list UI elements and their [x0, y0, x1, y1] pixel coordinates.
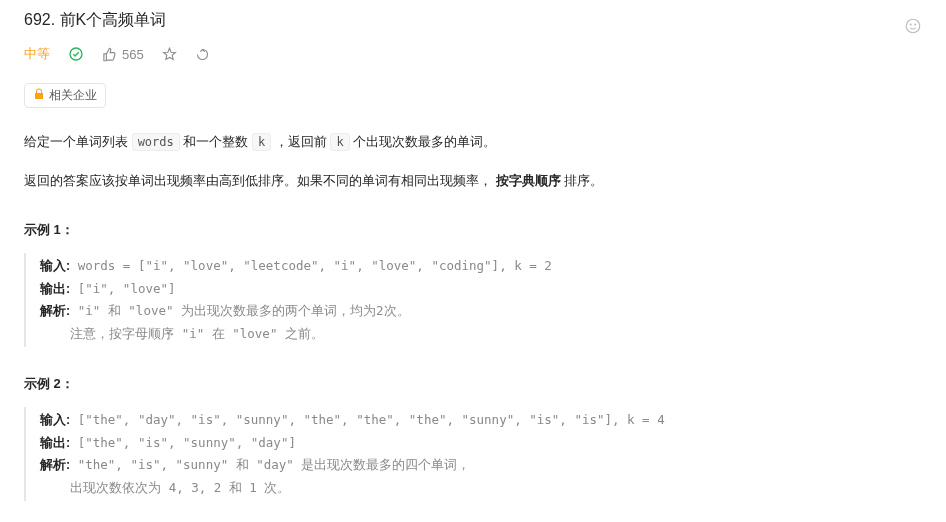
- svg-point-0: [906, 19, 920, 33]
- favorite-button[interactable]: [162, 47, 177, 62]
- share-button[interactable]: [195, 47, 210, 62]
- description-line-2: 返回的答案应该按单词出现频率由高到低排序。如果不同的单词有相同出现频率， 按字典…: [24, 169, 922, 194]
- feedback-icon[interactable]: [904, 17, 922, 38]
- companies-tag[interactable]: 相关企业: [24, 83, 106, 108]
- svg-point-2: [915, 24, 916, 25]
- example-1-block: 输入: words = ["i", "love", "leetcode", "i…: [24, 253, 922, 347]
- svg-point-1: [910, 24, 911, 25]
- like-button[interactable]: 565: [102, 47, 144, 62]
- example-1-title: 示例 1：: [24, 221, 922, 239]
- like-count: 565: [122, 47, 144, 62]
- example-2-title: 示例 2：: [24, 375, 922, 393]
- companies-tag-label: 相关企业: [49, 87, 97, 104]
- example-2-block: 输入: ["the", "day", "is", "sunny", "the",…: [24, 407, 922, 501]
- solved-check-icon[interactable]: [68, 46, 84, 62]
- code-k: k: [252, 133, 271, 151]
- difficulty-label: 中等: [24, 45, 50, 63]
- code-words: words: [132, 133, 180, 151]
- meta-row: 中等 565: [24, 45, 922, 63]
- svg-point-3: [70, 48, 82, 60]
- problem-title: 692. 前K个高频单词: [24, 10, 166, 31]
- lock-icon: [33, 88, 45, 103]
- description-line-1: 给定一个单词列表 words 和一个整数 k ，返回前 k 个出现次数最多的单词…: [24, 130, 922, 155]
- code-k-2: k: [330, 133, 349, 151]
